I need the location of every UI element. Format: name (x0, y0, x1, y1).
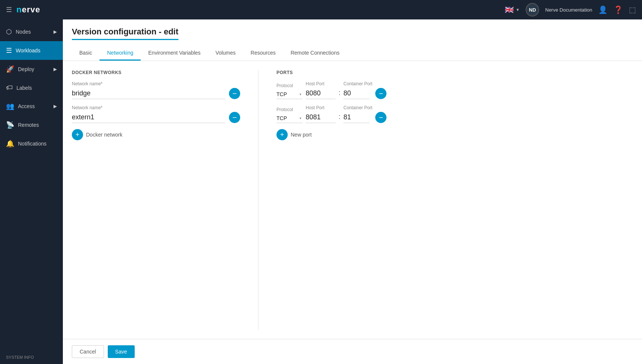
remove-network-1-button[interactable]: − (229, 88, 240, 99)
deploy-arrow: ▶ (54, 67, 57, 72)
port-host-field-2: Host Port (306, 105, 336, 123)
network-row-1: Network name* − (72, 81, 240, 99)
port-protocol-label-1: Protocol (276, 83, 303, 88)
sidebar-label-deploy: Deploy (18, 66, 34, 72)
notifications-icon: 🔔 (6, 140, 14, 148)
tab-env-vars[interactable]: Environment Variables (141, 46, 208, 61)
network-label-2: Network name* (72, 105, 225, 110)
tab-basic[interactable]: Basic (72, 46, 100, 61)
host-port-input-2[interactable] (306, 112, 336, 123)
protocol-select-2[interactable]: TCP UDP (276, 114, 303, 123)
sidebar-label-labels: Labels (16, 85, 32, 91)
network-input-2[interactable] (72, 112, 225, 123)
main-area: Version configuration - edit Basic Netwo… (63, 19, 642, 364)
port-protocol-field-2: Protocol TCP UDP (276, 107, 303, 123)
port-host-field-1: Host Port (306, 81, 336, 99)
app-logo: nerve (16, 5, 40, 15)
network-field-1: Network name* − (72, 81, 240, 99)
add-network-label: Docker network (86, 132, 122, 138)
sidebar-label-nodes: Nodes (16, 29, 31, 35)
container-port-label-2: Container Port (343, 105, 372, 110)
container-port-input-1[interactable] (343, 88, 370, 99)
user-avatar[interactable]: ND (526, 3, 539, 16)
protocol-select-wrapper-1: TCP UDP (276, 90, 303, 99)
hamburger-menu[interactable]: ☰ (6, 6, 12, 14)
docker-networks-section: DOCKER NETWORKS Network name* − (72, 70, 240, 330)
page-title: Version configuration - edit (72, 27, 178, 40)
host-port-input-1[interactable] (306, 88, 336, 99)
add-port-icon: + (276, 129, 288, 140)
remove-port-1-button[interactable]: − (375, 88, 386, 99)
ports-title: PORTS (276, 70, 633, 75)
top-nav: ☰ nerve 🇬🇧 ▼ ND Nerve Documentation 👤 ❓ … (0, 0, 642, 19)
nodes-icon: ⬡ (6, 28, 12, 36)
host-port-label-2: Host Port (306, 105, 336, 110)
add-network-icon: + (72, 129, 83, 140)
user-icon[interactable]: 👤 (598, 5, 608, 14)
sidebar-item-labels[interactable]: 🏷 Labels (0, 79, 63, 97)
remotes-icon: 📡 (6, 121, 14, 129)
tab-remote-connections[interactable]: Remote Connections (283, 46, 347, 61)
logout-icon[interactable]: ⬚ (629, 5, 636, 14)
topnav-right: 🇬🇧 ▼ ND Nerve Documentation 👤 ❓ ⬚ (505, 3, 636, 16)
sidebar-item-remotes[interactable]: 📡 Remotes (0, 116, 63, 134)
container-port-input-2[interactable] (343, 112, 370, 123)
port-protocol-field-1: Protocol TCP UDP (276, 83, 303, 99)
tab-bar: Basic Networking Environment Variables V… (72, 46, 633, 61)
sidebar-item-workloads[interactable]: ☰ Workloads (0, 41, 63, 60)
tab-networking[interactable]: Networking (100, 46, 141, 61)
network-input-wrapper-2: Network name* (72, 105, 225, 123)
access-arrow: ▶ (54, 104, 57, 109)
network-input-wrapper-1: Network name* (72, 81, 225, 99)
network-field-2: Network name* − (72, 105, 240, 123)
labels-icon: 🏷 (6, 84, 13, 92)
protocol-select-1[interactable]: TCP UDP (276, 90, 303, 99)
deploy-icon: 🚀 (6, 65, 14, 73)
network-row-2: Network name* − (72, 105, 240, 123)
access-icon: 👥 (6, 102, 14, 110)
ports-section: PORTS Protocol TCP UDP Host Port (276, 70, 633, 330)
network-input-1[interactable] (72, 88, 225, 99)
port-protocol-label-2: Protocol (276, 107, 303, 112)
nodes-arrow: ▶ (54, 29, 57, 34)
port-container-field-1: Container Port (343, 81, 372, 99)
sidebar-item-nodes[interactable]: ⬡ Nodes ▶ (0, 22, 63, 41)
language-selector[interactable]: 🇬🇧 ▼ (505, 5, 520, 14)
host-port-label-1: Host Port (306, 81, 336, 86)
sidebar-label-access: Access (18, 103, 35, 109)
sidebar-item-notifications[interactable]: 🔔 Notifications (0, 134, 63, 153)
tab-resources[interactable]: Resources (243, 46, 283, 61)
section-divider (258, 70, 259, 330)
layout: ⬡ Nodes ▶ ☰ Workloads 🚀 Deploy ▶ 🏷 Label… (0, 19, 642, 364)
help-icon[interactable]: ❓ (614, 5, 623, 14)
add-port-button[interactable]: + New port (276, 129, 633, 140)
protocol-select-wrapper-2: TCP UDP (276, 114, 303, 123)
port-separator-2: : (339, 113, 340, 121)
sidebar-item-access[interactable]: 👥 Access ▶ (0, 97, 63, 116)
page-header: Version configuration - edit Basic Netwo… (63, 19, 642, 61)
save-button[interactable]: Save (108, 345, 135, 358)
container-port-label-1: Container Port (343, 81, 372, 86)
network-label-1: Network name* (72, 81, 225, 86)
sidebar: ⬡ Nodes ▶ ☰ Workloads 🚀 Deploy ▶ 🏷 Label… (0, 19, 63, 364)
docker-networks-title: DOCKER NETWORKS (72, 70, 240, 75)
cancel-button[interactable]: Cancel (72, 345, 104, 358)
content-area: DOCKER NETWORKS Network name* − (63, 61, 642, 339)
port-separator-1: : (339, 89, 340, 97)
remove-network-2-button[interactable]: − (229, 112, 240, 123)
docs-link[interactable]: Nerve Documentation (545, 7, 592, 13)
remove-port-2-button[interactable]: − (375, 112, 386, 123)
sidebar-item-deploy[interactable]: 🚀 Deploy ▶ (0, 60, 63, 79)
port-container-field-2: Container Port (343, 105, 372, 123)
add-port-label: New port (291, 132, 312, 138)
sidebar-label-workloads: Workloads (16, 48, 40, 53)
footer: Cancel Save (63, 339, 642, 364)
sidebar-label-remotes: Remotes (18, 122, 39, 128)
sidebar-label-notifications: Notifications (18, 141, 46, 147)
port-row-2: Protocol TCP UDP Host Port : (276, 105, 633, 123)
system-info[interactable]: SYSTEM INFO (0, 351, 63, 364)
workloads-icon: ☰ (6, 46, 12, 55)
port-row-1: Protocol TCP UDP Host Port : (276, 81, 633, 99)
add-network-button[interactable]: + Docker network (72, 129, 240, 140)
tab-volumes[interactable]: Volumes (208, 46, 243, 61)
